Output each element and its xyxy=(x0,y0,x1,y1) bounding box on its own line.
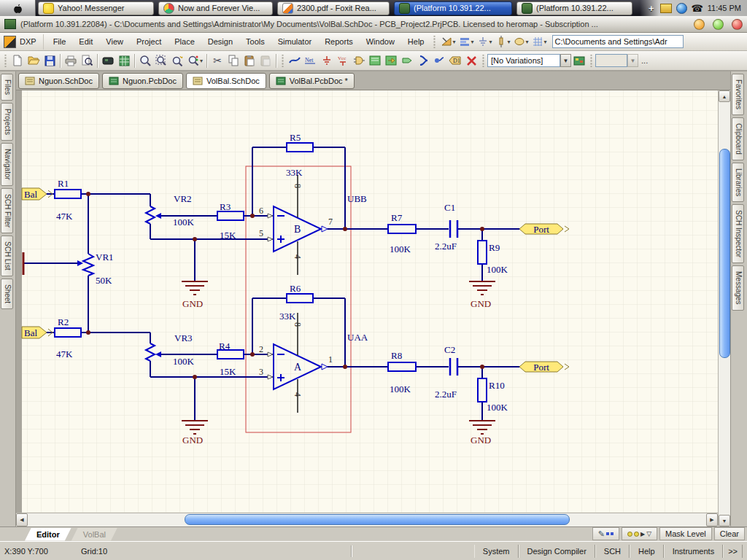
svg-text:6[interactable]: 6 xyxy=(259,206,263,216)
toolbar-grip[interactable] xyxy=(589,55,593,67)
horizontal-scrollbar[interactable]: ◀ ▶ xyxy=(16,513,718,526)
no-erc-icon[interactable] xyxy=(463,52,479,69)
menu-edit[interactable]: Edit xyxy=(72,34,99,49)
alignment-tools-icon[interactable] xyxy=(457,35,472,49)
svg-text:B[interactable]: B xyxy=(294,224,301,235)
window-titlebar[interactable]: (Platform 10.391.22084) - C:\Documents a… xyxy=(0,16,747,33)
toolbar-grip[interactable] xyxy=(433,36,436,48)
zoom-selected-icon[interactable] xyxy=(169,52,185,69)
horizontal-scroll-thumb[interactable] xyxy=(185,514,570,525)
dropdown-arrow-icon[interactable]: ▾ xyxy=(200,58,203,64)
highlight-pen-button[interactable]: ✎ xyxy=(592,527,619,540)
dropdown-arrow-icon[interactable]: ▾ xyxy=(489,39,492,45)
panel-tab-sch-inspector[interactable]: SCH Inspector xyxy=(732,204,744,263)
sch-panels-button[interactable]: SCH xyxy=(595,545,630,558)
menu-simulator[interactable]: Simulator xyxy=(271,34,318,49)
place-sheet-symbol-icon[interactable] xyxy=(367,52,383,69)
horizontal-scroll-track[interactable] xyxy=(28,513,706,526)
simulation-sources-icon[interactable] xyxy=(512,35,527,49)
vertical-scroll-thumb[interactable] xyxy=(719,149,730,358)
svg-text:8[interactable]: 8 xyxy=(293,322,303,327)
vertical-scrollbar[interactable]: ▲ ▼ xyxy=(718,90,730,526)
more-panels-button[interactable]: >> xyxy=(723,545,743,558)
doc-tab-volbal-schdoc[interactable]: VolBal.SchDoc xyxy=(186,73,266,89)
gnd-label[interactable]: GND xyxy=(182,435,203,446)
new-mail-icon[interactable] xyxy=(660,4,672,13)
panel-tab-navigator[interactable]: Navigator xyxy=(1,143,13,186)
copy-icon[interactable] xyxy=(225,52,241,69)
menu-window[interactable]: Window xyxy=(360,34,401,49)
svg-text:3[interactable]: 3 xyxy=(259,367,263,377)
place-gnd-port-icon[interactable] xyxy=(319,52,335,69)
place-part-icon[interactable] xyxy=(351,52,367,69)
gnd-label[interactable]: GND xyxy=(471,435,491,446)
zoom-area-icon[interactable] xyxy=(153,52,169,69)
digital-devices-icon[interactable] xyxy=(494,35,509,49)
phone-icon[interactable]: ☎ xyxy=(692,4,703,13)
zoom-document-icon[interactable] xyxy=(137,52,153,69)
place-directive-icon[interactable]: D1 xyxy=(447,52,463,69)
dxp-menu-button[interactable]: DXP xyxy=(0,34,44,50)
panel-tab-projects[interactable]: Projects xyxy=(1,103,13,141)
print-preview-icon[interactable] xyxy=(79,52,95,69)
browse-library-icon[interactable] xyxy=(116,52,132,69)
paste-icon[interactable] xyxy=(241,52,258,69)
design-compiler-panels-button[interactable]: Design Compiler xyxy=(519,545,595,558)
svg-text:1[interactable]: 1 xyxy=(328,354,333,365)
drawing-tools-icon[interactable] xyxy=(438,35,454,49)
scroll-right-icon[interactable]: ▶ xyxy=(706,513,718,526)
menu-help[interactable]: Help xyxy=(401,34,431,49)
net-label-uaa[interactable]: UAA xyxy=(347,332,368,343)
tray-expand-icon[interactable]: + xyxy=(649,3,654,14)
save-document-icon[interactable] xyxy=(42,52,58,69)
system-panels-button[interactable]: System xyxy=(474,545,519,558)
vertical-scroll-track[interactable] xyxy=(719,102,730,515)
place-vcc-port-icon[interactable]: Vcc xyxy=(335,52,351,69)
svg-text:4[interactable]: 4 xyxy=(293,392,303,397)
toolbar-grip[interactable] xyxy=(281,55,285,67)
close-button[interactable] xyxy=(732,19,743,30)
place-wire-icon[interactable] xyxy=(287,52,303,69)
tab-volbal[interactable]: VolBal xyxy=(71,528,117,541)
messenger-globe-icon[interactable] xyxy=(676,3,687,14)
taskbar-button-altium-2[interactable]: (Platform 10.391.22... xyxy=(516,1,632,15)
svg-text:8[interactable]: 8 xyxy=(293,184,303,188)
clear-button[interactable]: Clear xyxy=(714,527,745,540)
dropdown-arrow-icon[interactable]: ▾ xyxy=(526,39,529,45)
menu-view[interactable]: View xyxy=(99,34,130,49)
variations-dropdown-arrow[interactable]: ▼ xyxy=(560,54,571,67)
menu-reports[interactable]: Reports xyxy=(318,34,360,49)
apple-menu-button[interactable] xyxy=(0,0,36,16)
scroll-down-icon[interactable]: ▼ xyxy=(719,515,730,526)
browse-button[interactable]: ... xyxy=(638,56,651,65)
panel-tab-sch-filter[interactable]: SCH Filter xyxy=(1,188,13,233)
taskbar-button-altium-active[interactable]: (Platform 10.391.22... xyxy=(394,1,512,15)
menu-design[interactable]: Design xyxy=(201,34,239,49)
zoom-highlight-icon[interactable] xyxy=(185,52,201,69)
variant-board-icon[interactable] xyxy=(571,52,587,69)
grid-tools-icon[interactable] xyxy=(530,35,546,49)
dropdown-arrow-icon[interactable]: ▾ xyxy=(508,39,511,45)
panel-tab-libraries[interactable]: Libraries xyxy=(732,163,744,202)
place-sheet-entry-icon[interactable] xyxy=(383,52,399,69)
panel-tab-sch-list[interactable]: SCH List xyxy=(1,236,13,276)
taskbar-button-foxit[interactable]: 2300.pdf - Foxit Rea... xyxy=(277,1,390,15)
place-harness-connector-icon[interactable] xyxy=(415,52,431,69)
doc-tab-nguon-schdoc[interactable]: Nguon.SchDoc xyxy=(18,73,99,89)
dropdown-arrow-icon[interactable]: ▾ xyxy=(452,39,455,45)
place-net-label-icon[interactable]: Net xyxy=(303,52,319,69)
minimize-button[interactable] xyxy=(694,19,705,30)
panel-tab-messages[interactable]: Messages xyxy=(732,265,744,311)
help-panels-button[interactable]: Help xyxy=(630,545,664,558)
toolbar-grip[interactable] xyxy=(4,55,7,67)
place-port-icon[interactable] xyxy=(399,52,415,69)
scroll-left-icon[interactable]: ◀ xyxy=(16,513,28,526)
print-icon[interactable] xyxy=(63,52,79,69)
dropdown-arrow-icon[interactable]: ▾ xyxy=(544,39,547,45)
gnd-label[interactable]: GND xyxy=(182,298,203,309)
svg-text:7[interactable]: 7 xyxy=(328,217,333,227)
open-device-view-icon[interactable] xyxy=(100,52,116,69)
panel-tab-favorites[interactable]: Favorites xyxy=(732,74,744,115)
taskbar-button-yahoo[interactable]: Yahoo! Messenger xyxy=(38,1,154,15)
doc-tab-volbal-pcbdoc[interactable]: VolBal.PcbDoc * xyxy=(269,73,355,89)
